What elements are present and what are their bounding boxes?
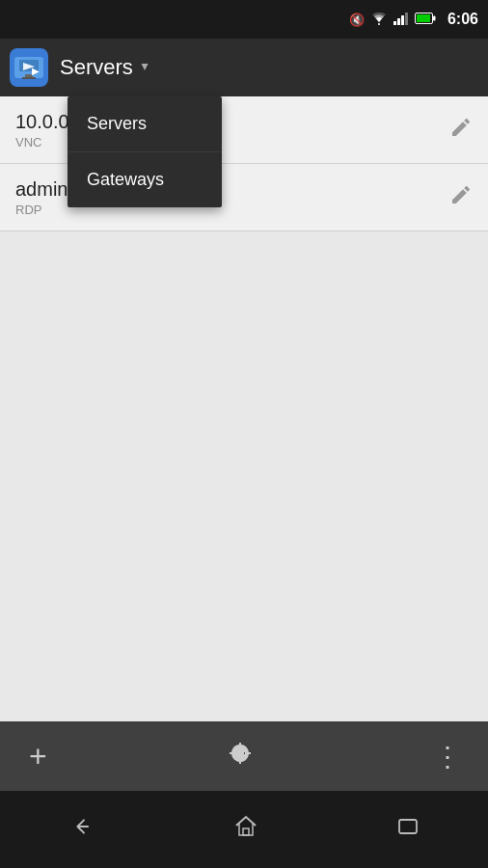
svg-rect-12 (22, 77, 36, 79)
signal-icon (393, 12, 409, 28)
add-button[interactable]: + (29, 739, 47, 774)
edit-icon-vnc[interactable] (449, 116, 473, 145)
status-time: 6:06 (447, 11, 478, 28)
nav-home-button[interactable] (233, 814, 258, 845)
nav-recent-button[interactable] (396, 815, 420, 844)
svg-rect-7 (433, 15, 436, 20)
svg-rect-4 (405, 13, 408, 25)
svg-rect-3 (401, 15, 404, 25)
more-options-button[interactable]: ⋮ (434, 741, 459, 773)
status-icons: 🔇 6:06 (349, 11, 478, 28)
svg-point-0 (378, 23, 380, 25)
top-bar: Servers ▲ (0, 39, 488, 96)
edit-icon-rdp[interactable] (449, 183, 473, 212)
app-icon (10, 48, 48, 87)
svg-rect-13 (243, 828, 249, 835)
dropdown-arrow-icon[interactable]: ▲ (139, 61, 150, 74)
svg-rect-2 (397, 18, 400, 25)
app-icon-graphic (14, 57, 43, 78)
svg-rect-1 (393, 21, 396, 25)
dropdown-menu: Servers Gateways (68, 96, 222, 207)
mute-icon: 🔇 (349, 13, 365, 27)
wifi-icon (370, 12, 388, 28)
dropdown-item-servers[interactable]: Servers (68, 96, 222, 152)
dropdown-item-gateways[interactable]: Gateways (68, 152, 222, 207)
battery-icon (415, 13, 436, 27)
svg-rect-14 (399, 820, 417, 833)
status-bar: 🔇 6:06 (0, 0, 488, 39)
settings-button[interactable] (226, 739, 255, 774)
svg-rect-11 (25, 74, 33, 77)
system-nav-bar (0, 791, 488, 868)
svg-rect-6 (417, 14, 430, 22)
nav-back-button[interactable] (68, 813, 95, 846)
bottom-action-bar: + ⋮ (0, 721, 488, 791)
app-title[interactable]: Servers (60, 55, 133, 80)
empty-content-area (0, 231, 488, 664)
